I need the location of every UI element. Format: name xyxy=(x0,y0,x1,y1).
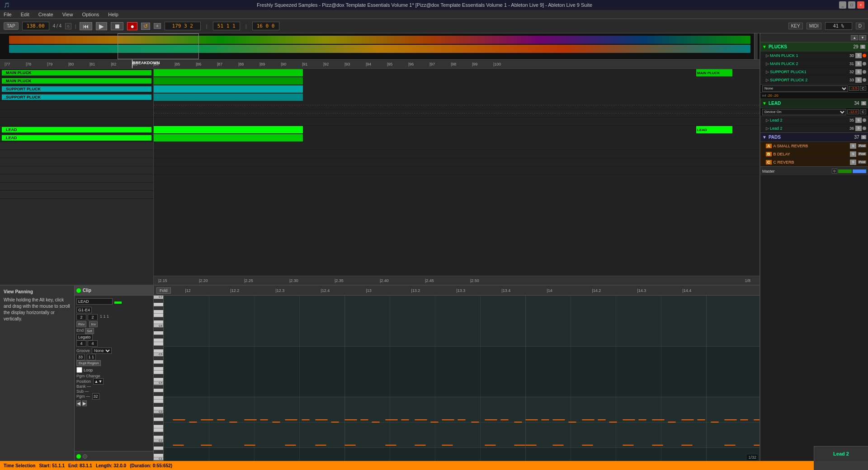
note-37[interactable] xyxy=(681,419,694,420)
add-button[interactable]: + xyxy=(154,23,161,29)
note-38[interactable] xyxy=(697,419,705,420)
note-20[interactable] xyxy=(442,419,454,420)
track-header-support-pluck-1[interactable]: _SUPPORT PLUCK xyxy=(0,85,153,93)
note-c2-3[interactable] xyxy=(244,445,255,446)
track-header-lead-1[interactable]: _LEAD xyxy=(0,126,153,134)
note-4[interactable] xyxy=(217,419,225,420)
note-13[interactable] xyxy=(344,419,357,420)
note-33[interactable] xyxy=(623,419,635,420)
mixer-track-support-pluck-2[interactable]: ▷ SUPPORT PLUCK 2 33 S xyxy=(760,76,868,84)
track-header-support-pluck-2[interactable]: _SUPPORT PLUCK xyxy=(0,93,153,101)
note-1[interactable] xyxy=(173,419,185,420)
note-8[interactable] xyxy=(272,422,280,423)
prev-button[interactable]: ◀ xyxy=(76,400,81,406)
note-30[interactable] xyxy=(582,419,594,420)
note-c2-5[interactable] xyxy=(315,445,326,446)
note-c2-17[interactable] xyxy=(681,445,693,446)
note-11[interactable] xyxy=(315,419,328,420)
loop-length-display[interactable]: 16 0 0 xyxy=(252,22,279,30)
note-40[interactable] xyxy=(724,419,737,420)
menu-create[interactable]: Create xyxy=(37,11,55,18)
d-button[interactable]: D xyxy=(856,23,864,29)
mixer-track-reverb-a[interactable]: A A SMALL REVERB S Post xyxy=(760,142,868,150)
note-c2-16[interactable] xyxy=(652,445,663,446)
clip-support-pluck-1[interactable] xyxy=(154,85,303,93)
plucks-group-header[interactable]: ▼ PLUCKS 29 S xyxy=(760,42,868,52)
end-display[interactable]: 51 1 1 xyxy=(213,22,240,30)
clip-record-indicator[interactable] xyxy=(83,454,87,459)
overview-viewport[interactable] xyxy=(118,33,199,59)
rewind-button[interactable]: ⏮ xyxy=(80,22,92,30)
note-39[interactable] xyxy=(711,422,719,423)
note-17[interactable] xyxy=(401,419,409,420)
note-c2-11[interactable] xyxy=(514,445,525,446)
menu-options[interactable]: Options xyxy=(80,11,101,18)
note-c2-7[interactable] xyxy=(385,445,396,446)
note-10[interactable] xyxy=(302,419,310,420)
note-c2-13[interactable] xyxy=(552,445,564,446)
clip-num-2-1[interactable]: 2 xyxy=(76,314,86,320)
stop-button[interactable]: ⏹ xyxy=(111,22,123,30)
track-header-lead-2[interactable]: _LEAD xyxy=(0,134,153,142)
note-12[interactable] xyxy=(331,422,339,423)
overview-scrollbar[interactable] xyxy=(754,33,758,59)
mixer-track-reverb-c[interactable]: C C REVERB S Post xyxy=(760,158,868,166)
note-34[interactable] xyxy=(638,419,646,420)
clip-lead-1-right[interactable]: LEAD xyxy=(696,126,732,133)
note-c2-4[interactable] xyxy=(285,445,296,446)
note-27[interactable] xyxy=(541,419,549,420)
mixer-track-main-pluck-2[interactable]: ▷ MAIN PLUCK 2 31 S xyxy=(760,60,868,68)
duet-region-button[interactable]: Dupt Region xyxy=(76,360,101,366)
clip-lead-2[interactable] xyxy=(154,134,303,141)
plucks-device-select[interactable]: None xyxy=(762,85,848,92)
reverb-a-s[interactable]: S xyxy=(850,143,856,149)
pgm-val[interactable]: 32 xyxy=(92,393,99,400)
lead-device-select[interactable]: Device On xyxy=(762,109,846,115)
bpm-display[interactable]: 138.00 xyxy=(22,22,49,30)
note-c2-8[interactable] xyxy=(415,445,426,446)
note-2[interactable] xyxy=(189,422,197,423)
position-display[interactable]: 179 3 2 xyxy=(165,22,201,30)
clip-color-swatch[interactable]: ▬ xyxy=(114,297,122,306)
note-29[interactable] xyxy=(568,422,576,423)
note-9[interactable] xyxy=(285,419,297,420)
note-23[interactable] xyxy=(485,419,497,420)
next-button[interactable]: ▶ xyxy=(82,400,87,406)
note-c2-18[interactable] xyxy=(724,445,736,446)
note-42[interactable] xyxy=(754,419,760,420)
note-c2-15[interactable] xyxy=(623,445,634,446)
mixer-scroll-up[interactable]: ▲ xyxy=(851,35,858,40)
menu-view[interactable]: View xyxy=(61,11,75,18)
play-button[interactable]: ▶ xyxy=(96,22,107,30)
main-pluck-1-s[interactable]: S xyxy=(855,53,862,58)
support-pluck-1-s[interactable]: S xyxy=(855,69,862,75)
mixer-track-main-pluck-1[interactable]: ▷ MAIN PLUCK 1 30 S xyxy=(760,52,868,60)
inv-button[interactable]: Inv xyxy=(89,321,98,327)
clip-main-pluck-2[interactable] xyxy=(154,77,303,85)
end-set-button[interactable]: Set xyxy=(85,328,94,334)
lead-s-btn[interactable]: S xyxy=(861,101,866,105)
groove-select[interactable]: None xyxy=(92,348,112,354)
clip-lead-1[interactable] xyxy=(154,126,303,133)
plucks-vol-display[interactable]: -3.5 xyxy=(849,86,859,91)
lead-group-header[interactable]: ▼ LEAD 34 S xyxy=(760,99,868,108)
sig-den[interactable]: 4 xyxy=(88,340,98,347)
note-5[interactable] xyxy=(229,422,237,423)
lead-vol-display[interactable]: -12.0 xyxy=(847,109,859,114)
plucks-s-btn[interactable]: S xyxy=(860,45,865,49)
note-22[interactable] xyxy=(471,422,479,423)
pads-s-btn[interactable]: S xyxy=(861,135,866,139)
note-36[interactable] xyxy=(668,422,676,423)
note-41[interactable] xyxy=(740,419,748,420)
note-25[interactable] xyxy=(514,422,522,423)
midi-button[interactable]: MIDI xyxy=(807,23,821,29)
lead2-36-s[interactable]: S xyxy=(855,126,862,131)
maximize-button[interactable]: □ xyxy=(848,1,855,9)
mixer-track-support-pluck-1[interactable]: ▷ SUPPORT PLUCK1 32 S xyxy=(760,68,868,76)
mixer-scroll-down[interactable]: ▼ xyxy=(859,35,866,40)
tap-button[interactable]: TAP xyxy=(4,22,19,30)
note-21[interactable] xyxy=(458,419,466,420)
note-c2-10[interactable] xyxy=(485,445,496,446)
clip-main-pluck-1-left[interactable] xyxy=(154,69,303,76)
rev-button[interactable]: Rev xyxy=(76,321,86,327)
